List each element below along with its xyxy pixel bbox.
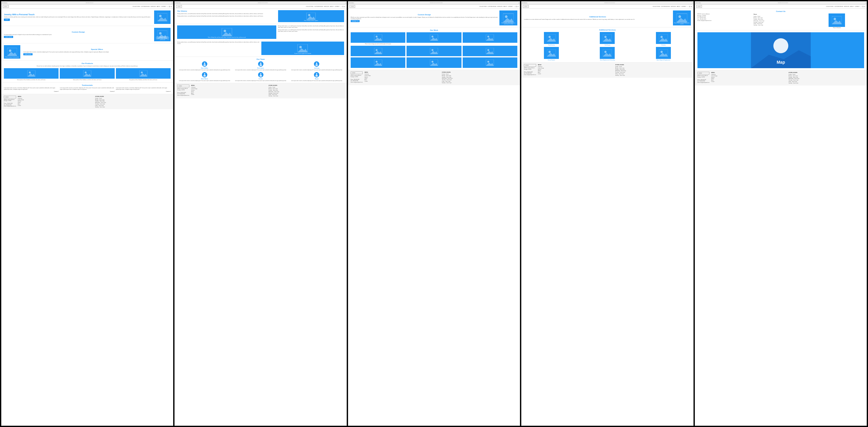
logo-5[interactable]: LOGO xyxy=(696,5,702,8)
footer-hours-saturday: Saturday: 11am to 5pm xyxy=(95,107,170,108)
footer-hours-title-5: STORE HOURS xyxy=(788,72,864,73)
nav-contact[interactable]: CONTACT xyxy=(161,6,166,7)
footer-address-5: 8238 W. Lawrence Avenue Norridge, IL 607… xyxy=(698,75,710,83)
team-bio-0: Lorem ipsum dolor sit amet, consectetur … xyxy=(179,69,230,70)
url-bar-1[interactable]: www.jewelrybrand.com xyxy=(7,2,172,4)
footer-menu-item-5-5[interactable]: Contact xyxy=(711,81,787,83)
nav-custom-design[interactable]: CUSTOM DESIGN xyxy=(141,6,150,7)
service-name-4: Stone Replacement & Resetting xyxy=(600,59,615,61)
nav-custom-design-5[interactable]: CUSTOM DESIGN xyxy=(834,6,843,7)
services-hero-img-caption: Photo of Steve or Connie talking with a … xyxy=(673,23,691,25)
footer-menu-item-2-5[interactable]: Contact xyxy=(191,94,267,95)
hero-shop-btn[interactable]: SHOP xyxy=(4,19,10,21)
history-text-2: During modern times, our small business … xyxy=(278,25,344,39)
nav-services-2[interactable]: SERVICES xyxy=(324,6,329,7)
nav-collections-3[interactable]: COLLECTIONS xyxy=(479,6,487,7)
footer-menu-item-3-5[interactable]: Contact xyxy=(364,81,440,82)
nav-contact-3[interactable]: CONTACT xyxy=(508,6,513,7)
nav-collections-2[interactable]: COLLECTIONS xyxy=(306,6,313,7)
nav-services-4[interactable]: SERVICES xyxy=(671,6,676,7)
nav-custom-design-4[interactable]: CUSTOM DESIGN xyxy=(661,6,670,7)
nav-about[interactable]: ABOUT xyxy=(157,6,160,7)
team-bio-4: Lorem ipsum dolor sit amet, consectetur … xyxy=(235,80,286,81)
nav-custom-design-3[interactable]: CUSTOM DESIGN xyxy=(488,6,496,7)
team-member-1: Rick James Lorem ipsum dolor sit amet, c… xyxy=(233,61,288,70)
footer-5: LOGO 8238 W. Lawrence Avenue Norridge, I… xyxy=(695,70,867,86)
page-2-history: www.jewelrybrand.com/history LOGO COLLEC… xyxy=(175,1,346,426)
storefront-caption: Picture of Storefront xyxy=(833,27,841,28)
wishlist-icon-4[interactable]: ♡ xyxy=(687,6,688,7)
contact-hours: Hours Sunday: Closed Monday: 11am to 5pm… xyxy=(753,13,808,26)
custom-design-hero-title: Custom Design xyxy=(351,14,498,16)
url-bar-2[interactable]: www.jewelrybrand.com/history xyxy=(180,2,345,4)
logo-1[interactable]: LOGO xyxy=(3,5,9,8)
nav-custom-design-2[interactable]: CUSTOM DESIGN xyxy=(314,6,323,7)
chrome-dot-3b xyxy=(351,2,351,3)
navbar-5: LOGO COLLECTIONS CUSTOM DESIGN SERVICES … xyxy=(695,4,867,9)
nav-links-2: COLLECTIONS CUSTOM DESIGN SERVICES ABOUT… xyxy=(306,6,340,7)
special-offers-btn[interactable]: LEARN MORE xyxy=(23,53,33,55)
wishlist-icon-3[interactable]: ♡ xyxy=(514,6,515,7)
h3-day-6: Saturday: xyxy=(442,82,446,84)
custom-design-contact-btn[interactable]: CONTACT US xyxy=(351,20,360,22)
footer-menu-item-5[interactable]: Contact xyxy=(18,105,93,107)
services-hero-img-wrap: Photo of Steve or Connie talking with a … xyxy=(673,10,691,25)
nav-services-5[interactable]: SERVICES xyxy=(844,6,849,7)
testimonials-title: Testimonials xyxy=(4,84,170,86)
nav-collections-4[interactable]: COLLECTIONS xyxy=(653,6,660,7)
nav-about-4[interactable]: ABOUT xyxy=(677,6,680,7)
menu-icon[interactable]: ☰ xyxy=(169,6,170,7)
service-image-0 xyxy=(544,32,559,44)
nav-icons-2: ♡ ☰ ✦ xyxy=(341,6,345,7)
team-bio-2: Lorem ipsum dolor sit amet, consectetur … xyxy=(291,69,342,70)
testimonial-2: Lorem ipsum dolor sit amet, consectetur … xyxy=(60,87,115,92)
menu-icon-5[interactable]: ☰ xyxy=(862,6,864,7)
cart-icon-3[interactable]: ✦ xyxy=(517,6,519,7)
cart-icon-2[interactable]: ✦ xyxy=(344,6,345,7)
nav-collections[interactable]: COLLECTIONS xyxy=(133,6,140,7)
nav-services-3[interactable]: SERVICES xyxy=(497,6,503,7)
contact-photo: Picture of Storefront xyxy=(810,13,864,28)
menu-icon-4[interactable]: ☰ xyxy=(689,6,690,7)
nav-icons-5: ♡ ☰ ✦ xyxy=(861,6,865,7)
menu-icon-2[interactable]: ☰ xyxy=(342,6,343,7)
nav-contact-4[interactable]: CONTACT xyxy=(681,6,686,7)
footer-logo-3: LOGO xyxy=(351,72,363,74)
url-bar-4[interactable]: www.jewelrybrand.com/services xyxy=(527,2,692,4)
browser-chrome-2: www.jewelrybrand.com/history xyxy=(175,1,346,4)
wishlist-icon-2[interactable]: ♡ xyxy=(341,6,342,7)
wishlist-icon[interactable]: ♡ xyxy=(167,6,168,7)
nav-about-2[interactable]: ABOUT xyxy=(330,6,334,7)
service-item-1: Gold Buying xyxy=(580,32,635,46)
custom-design-btn[interactable]: LEARN MORE xyxy=(4,36,13,38)
url-bar-3[interactable]: www.jewelrybrand.com/custom-design xyxy=(354,2,519,4)
testimonial-author-3: - Customer 3 xyxy=(116,91,170,92)
menu-icon-3[interactable]: ☰ xyxy=(516,6,517,7)
navbar-4: LOGO COLLECTIONS CUSTOM DESIGN SERVICES … xyxy=(522,4,693,9)
nav-contact-5[interactable]: CONTACT xyxy=(855,6,860,7)
testimonial-author-2: - Customer 2 xyxy=(60,91,115,92)
services-grid: Ring Resizing Gold Buying Cleaning On-si… xyxy=(524,32,690,61)
logo-2[interactable]: LOGO xyxy=(176,5,182,8)
team-member-3: Steve Burns Lorem ipsum dolor sit amet, … xyxy=(177,72,232,81)
work-item-1 xyxy=(406,32,461,45)
chrome-dot xyxy=(179,2,180,3)
nav-contact-2[interactable]: CONTACT xyxy=(335,6,340,7)
nav-services[interactable]: SERVICES xyxy=(151,6,156,7)
wishlist-icon-5[interactable]: ♡ xyxy=(861,6,862,7)
nav-about-3[interactable]: ABOUT xyxy=(504,6,507,7)
ch-day-6: Saturday: xyxy=(753,25,757,26)
nav-about-5[interactable]: ABOUT xyxy=(850,6,854,7)
cart-icon[interactable]: ✦ xyxy=(170,6,172,7)
logo-4[interactable]: LOGO xyxy=(523,5,529,8)
chrome-dot xyxy=(176,2,177,3)
nav-collections-5[interactable]: COLLECTIONS xyxy=(826,6,833,7)
service-name-3: On-site Repairs xyxy=(548,59,555,61)
history-section-2: Photo of Bobby, Rick, and Steve early in… xyxy=(175,24,346,57)
cart-icon-4[interactable]: ✦ xyxy=(691,6,692,7)
cart-icon-5[interactable]: ✦ xyxy=(864,6,865,7)
service-image-3 xyxy=(544,47,559,59)
logo-3[interactable]: LOGO xyxy=(349,5,355,8)
footer-menu-item-4-5[interactable]: Contact xyxy=(538,73,614,75)
url-bar-5[interactable]: www.jewelrybrand.com/contact xyxy=(701,2,866,4)
